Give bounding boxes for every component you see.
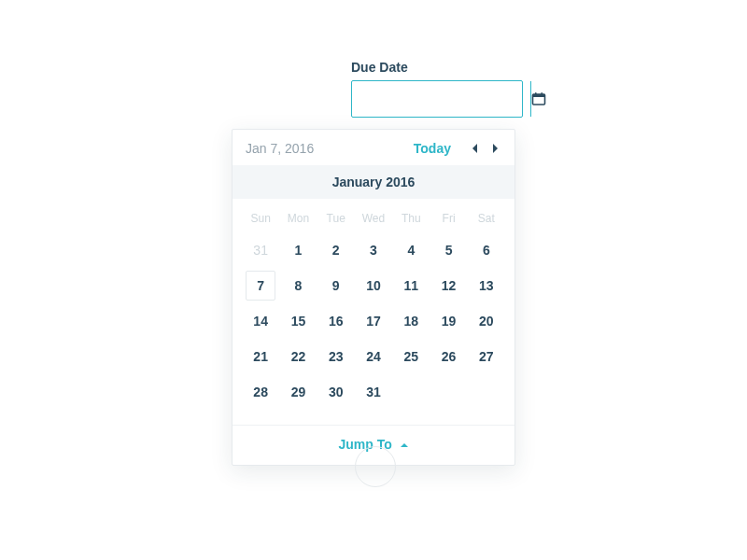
due-date-input[interactable] xyxy=(352,81,530,117)
due-date-input-row xyxy=(351,80,523,118)
calendar-week-row: 31123456 xyxy=(242,232,505,268)
calendar-week-row: 21222324252627 xyxy=(242,339,505,374)
day-cell-empty xyxy=(468,374,505,410)
chevron-right-icon xyxy=(491,143,500,154)
day-cell[interactable]: 12 xyxy=(430,268,467,303)
chevron-left-icon xyxy=(471,143,479,154)
weekday-header: Tue xyxy=(317,206,355,232)
day-cell[interactable]: 25 xyxy=(392,339,430,374)
day-cell[interactable]: 13 xyxy=(468,268,505,303)
calendar-week-row: 28293031 xyxy=(242,374,505,410)
weekday-header: Fri xyxy=(430,206,467,232)
day-cell-empty xyxy=(430,374,467,410)
calendar-week-row: 14151617181920 xyxy=(242,303,505,339)
prev-month-button[interactable] xyxy=(468,141,481,156)
weekday-header: Thu xyxy=(392,206,430,232)
day-cell[interactable]: 7 xyxy=(242,268,279,303)
day-cell[interactable]: 26 xyxy=(430,339,467,374)
day-cell[interactable]: 4 xyxy=(392,232,430,268)
calendar-grid: SunMonTueWedThuFriSat 311234567891011121… xyxy=(233,199,514,425)
day-cell[interactable]: 3 xyxy=(355,232,392,268)
selected-date-display: Jan 7, 2016 xyxy=(246,141,314,156)
jump-to-button[interactable]: Jump To xyxy=(233,425,514,465)
day-cell[interactable]: 16 xyxy=(317,303,355,339)
day-cell[interactable]: 18 xyxy=(392,303,430,339)
day-cell[interactable]: 6 xyxy=(468,232,505,268)
day-cell[interactable]: 28 xyxy=(242,374,279,410)
svg-rect-2 xyxy=(535,92,537,95)
date-picker-header: Jan 7, 2016 Today xyxy=(233,130,514,165)
day-cell[interactable]: 30 xyxy=(317,374,355,410)
day-cell[interactable]: 15 xyxy=(279,303,317,339)
caret-up-icon xyxy=(400,436,409,451)
due-date-field: Due Date xyxy=(351,60,523,118)
due-date-label: Due Date xyxy=(351,60,523,75)
open-calendar-button[interactable] xyxy=(530,81,546,117)
day-cell[interactable]: 5 xyxy=(430,232,467,268)
month-title: January 2016 xyxy=(233,165,514,199)
calendar-icon xyxy=(531,91,546,106)
day-cell[interactable]: 2 xyxy=(317,232,355,268)
day-cell[interactable]: 10 xyxy=(355,268,392,303)
day-cell[interactable]: 31 xyxy=(242,232,279,268)
weekday-header: Sun xyxy=(242,206,279,232)
svg-rect-3 xyxy=(541,92,543,95)
day-cell[interactable]: 21 xyxy=(242,339,279,374)
weekday-header-row: SunMonTueWedThuFriSat xyxy=(242,206,505,232)
date-picker-popup: Jan 7, 2016 Today January 2016 SunMonTue… xyxy=(232,129,515,466)
jump-to-label: Jump To xyxy=(338,437,391,452)
day-cell[interactable]: 19 xyxy=(430,303,467,339)
day-cell[interactable]: 14 xyxy=(242,303,279,339)
day-cell[interactable]: 29 xyxy=(279,374,317,410)
day-cell[interactable]: 22 xyxy=(279,339,317,374)
day-cell-empty xyxy=(392,374,430,410)
weekday-header: Sat xyxy=(468,206,505,232)
day-cell[interactable]: 27 xyxy=(468,339,505,374)
day-cell[interactable]: 23 xyxy=(317,339,355,374)
day-cell[interactable]: 31 xyxy=(355,374,392,410)
day-cell[interactable]: 8 xyxy=(279,268,317,303)
day-cell[interactable]: 17 xyxy=(355,303,392,339)
weekday-header: Mon xyxy=(279,206,317,232)
today-link[interactable]: Today xyxy=(414,141,451,156)
calendar-week-row: 78910111213 xyxy=(242,268,505,303)
svg-rect-1 xyxy=(533,94,545,97)
day-cell[interactable]: 20 xyxy=(468,303,505,339)
next-month-button[interactable] xyxy=(488,141,501,156)
month-nav xyxy=(468,141,501,156)
day-cell[interactable]: 9 xyxy=(317,268,355,303)
day-cell[interactable]: 24 xyxy=(355,339,392,374)
day-cell[interactable]: 1 xyxy=(279,232,317,268)
weekday-header: Wed xyxy=(355,206,392,232)
day-cell[interactable]: 11 xyxy=(392,268,430,303)
